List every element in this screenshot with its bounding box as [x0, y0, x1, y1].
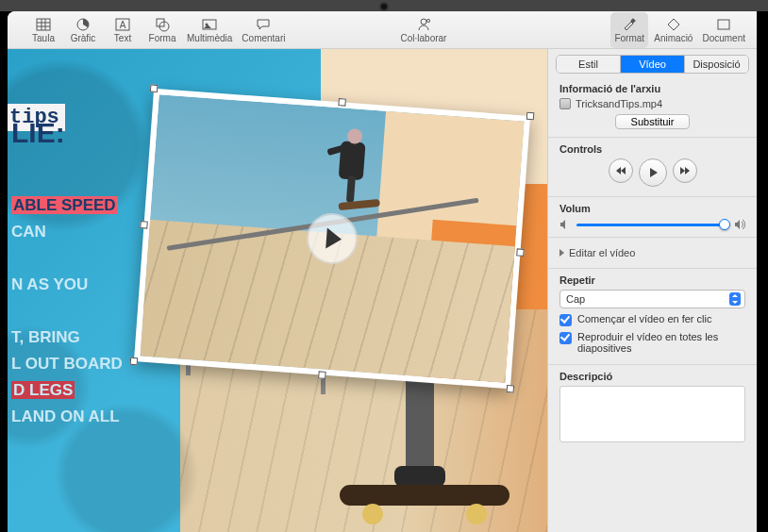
select-arrows-icon: [729, 292, 741, 306]
checkbox-label: Reproduir el vídeo en totes les diaposit…: [577, 331, 745, 354]
edit-video-label: Editar el vídeo: [569, 247, 635, 258]
movie-file-icon: [559, 98, 571, 109]
chevron-right-icon: [559, 249, 564, 257]
media-icon: [201, 16, 218, 33]
slide-line: LAND ON ALL: [11, 407, 120, 425]
toolbar-text[interactable]: A Text: [104, 12, 142, 48]
text-icon: A: [114, 16, 131, 33]
toolbar-label: Comentari: [242, 33, 285, 43]
toolbar-label: Taula: [32, 33, 55, 43]
replace-button[interactable]: Substituir: [615, 114, 691, 129]
toolbar-label: Format: [614, 33, 644, 43]
file-info-label: Informació de l'arxiu: [559, 83, 745, 94]
tab-video[interactable]: Vídeo: [620, 56, 684, 73]
camera-notch: [381, 4, 387, 9]
filename: TricksandTips.mp4: [576, 98, 662, 109]
slide-heading: LIE:: [11, 117, 123, 149]
toolbar-multimedia[interactable]: Multimèdia: [183, 12, 236, 48]
video-object[interactable]: [134, 89, 530, 390]
slide-line: N AS YOU: [11, 275, 88, 293]
toolbar-taula[interactable]: Taula: [25, 12, 62, 48]
slide-line: T, BRING: [11, 328, 80, 346]
controls-label: Controls: [559, 143, 745, 155]
table-icon: [35, 16, 52, 33]
toolbar-collaborar[interactable]: Col·laborar: [397, 12, 451, 48]
slide-line: D LEGS: [11, 381, 75, 399]
volume-label: Volum: [559, 203, 745, 214]
checkbox-label: Començar el vídeo en fer clic: [577, 313, 711, 324]
rewind-button[interactable]: [609, 158, 633, 183]
speaker-high-icon: [734, 219, 745, 230]
forward-button[interactable]: [673, 158, 697, 183]
svg-text:A: A: [120, 20, 126, 30]
toolbar-comentari[interactable]: Comentari: [238, 12, 289, 48]
toolbar-label: Multimèdia: [187, 33, 232, 43]
svg-point-12: [421, 19, 426, 25]
toolbar-grafic[interactable]: Gràfic: [64, 12, 102, 48]
animation-icon: [665, 16, 682, 33]
toolbar-label: Gràfic: [71, 33, 96, 43]
checkbox-start-on-click[interactable]: [559, 314, 572, 326]
toolbar-label: Text: [114, 33, 131, 43]
slide-text-block: LIE: ABLE SPEED CAN N AS YOU T, BRING L …: [8, 117, 123, 430]
collaborate-icon: [415, 16, 432, 33]
toolbar-label: Col·laborar: [401, 33, 447, 43]
checkbox-play-all-slides[interactable]: [559, 332, 572, 344]
inspector-sidebar: Estil Vídeo Disposició Informació de l'a…: [547, 49, 757, 532]
volume-slider[interactable]: [576, 218, 728, 231]
tab-disposicio[interactable]: Disposició: [684, 56, 748, 73]
svg-rect-0: [37, 19, 50, 30]
edit-video-disclosure[interactable]: Editar el vídeo: [559, 247, 745, 258]
format-brush-icon: [621, 16, 638, 33]
toolbar-format[interactable]: Format: [610, 12, 648, 48]
repeat-value: Cap: [566, 293, 585, 305]
toolbar-forma[interactable]: Forma: [143, 12, 181, 48]
toolbar-label: Document: [702, 33, 745, 43]
description-textarea[interactable]: [559, 386, 745, 442]
play-button[interactable]: [639, 158, 667, 187]
document-icon: [715, 16, 732, 33]
slide-line: L OUT BOARD: [11, 355, 123, 373]
toolbar-label: Animació: [654, 33, 693, 43]
slide-line: CAN: [11, 223, 46, 241]
description-label: Descripció: [559, 371, 745, 382]
toolbar: Taula Gràfic A Text Forma Multimèdia Com…: [8, 11, 757, 49]
svg-rect-17: [718, 20, 729, 29]
slide-line: ABLE SPEED: [11, 196, 118, 214]
tab-estil[interactable]: Estil: [557, 56, 620, 73]
toolbar-document[interactable]: Document: [698, 12, 749, 48]
svg-rect-16: [630, 18, 636, 24]
skater-figure: [320, 123, 392, 212]
inspector-tabs: Estil Vídeo Disposició: [556, 55, 749, 74]
chart-icon: [75, 16, 92, 33]
slide-canvas[interactable]: tips LIE: ABLE SPEED CAN N AS YOU T, BRI…: [8, 49, 547, 532]
toolbar-label: Forma: [149, 33, 176, 43]
svg-rect-8: [157, 19, 164, 26]
comment-icon: [255, 16, 272, 33]
repeat-select[interactable]: Cap: [559, 290, 745, 308]
shape-icon: [154, 16, 171, 33]
repeat-label: Repetir: [559, 274, 745, 286]
speaker-low-icon: [559, 219, 571, 230]
toolbar-animacio[interactable]: Animació: [650, 12, 696, 48]
